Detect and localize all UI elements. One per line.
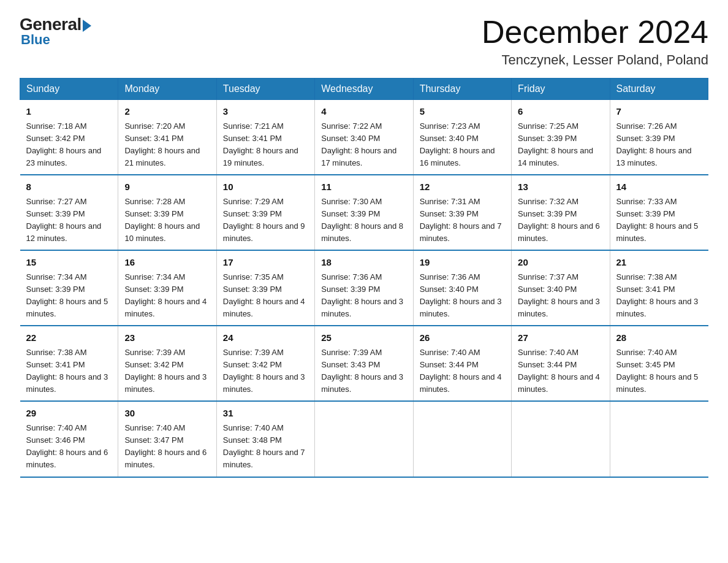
calendar-cell: 20Sunrise: 7:37 AMSunset: 3:40 PMDayligh… — [512, 250, 610, 326]
day-info: Sunrise: 7:18 AMSunset: 3:42 PMDaylight:… — [26, 120, 112, 170]
col-thursday: Thursday — [413, 79, 511, 100]
title-block: December 2024 Tenczynek, Lesser Poland, … — [482, 15, 708, 68]
calendar-cell: 6Sunrise: 7:25 AMSunset: 3:39 PMDaylight… — [512, 100, 610, 175]
day-number: 6 — [518, 105, 603, 119]
day-info: Sunrise: 7:25 AMSunset: 3:39 PMDaylight:… — [518, 120, 603, 170]
day-number: 15 — [26, 256, 112, 270]
day-info: Sunrise: 7:39 AMSunset: 3:42 PMDaylight:… — [124, 347, 210, 396]
calendar-header-row: Sunday Monday Tuesday Wednesday Thursday… — [20, 79, 708, 100]
calendar-cell: 15Sunrise: 7:34 AMSunset: 3:39 PMDayligh… — [20, 250, 118, 326]
day-info: Sunrise: 7:21 AMSunset: 3:41 PMDaylight:… — [223, 120, 308, 170]
day-number: 31 — [223, 407, 308, 421]
day-info: Sunrise: 7:20 AMSunset: 3:41 PMDaylight:… — [124, 120, 210, 170]
day-number: 1 — [26, 105, 112, 119]
day-number: 29 — [26, 407, 112, 421]
calendar-cell: 17Sunrise: 7:35 AMSunset: 3:39 PMDayligh… — [216, 250, 314, 326]
day-info: Sunrise: 7:37 AMSunset: 3:40 PMDaylight:… — [518, 271, 603, 321]
page-header: General Blue December 2024 Tenczynek, Le… — [20, 15, 708, 68]
calendar-cell: 25Sunrise: 7:39 AMSunset: 3:43 PMDayligh… — [315, 326, 413, 401]
logo-triangle-icon — [83, 20, 91, 32]
day-number: 9 — [124, 180, 210, 194]
day-number: 7 — [616, 105, 702, 119]
day-info: Sunrise: 7:40 AMSunset: 3:46 PMDaylight:… — [26, 422, 112, 472]
day-info: Sunrise: 7:28 AMSunset: 3:39 PMDaylight:… — [124, 196, 210, 245]
calendar-cell: 16Sunrise: 7:34 AMSunset: 3:39 PMDayligh… — [118, 250, 216, 326]
day-info: Sunrise: 7:26 AMSunset: 3:39 PMDaylight:… — [616, 120, 702, 170]
day-number: 20 — [518, 256, 603, 270]
day-info: Sunrise: 7:40 AMSunset: 3:44 PMDaylight:… — [518, 347, 603, 396]
calendar-cell: 19Sunrise: 7:36 AMSunset: 3:40 PMDayligh… — [413, 250, 511, 326]
calendar-cell: 2Sunrise: 7:20 AMSunset: 3:41 PMDaylight… — [118, 100, 216, 175]
day-info: Sunrise: 7:23 AMSunset: 3:40 PMDaylight:… — [420, 120, 505, 170]
calendar-cell: 28Sunrise: 7:40 AMSunset: 3:45 PMDayligh… — [610, 326, 708, 401]
day-number: 27 — [518, 331, 603, 345]
logo: General Blue — [20, 15, 91, 48]
calendar-cell: 4Sunrise: 7:22 AMSunset: 3:40 PMDaylight… — [315, 100, 413, 175]
calendar-cell: 26Sunrise: 7:40 AMSunset: 3:44 PMDayligh… — [413, 326, 511, 401]
calendar-cell: 8Sunrise: 7:27 AMSunset: 3:39 PMDaylight… — [20, 175, 118, 250]
day-number: 10 — [223, 180, 308, 194]
day-info: Sunrise: 7:38 AMSunset: 3:41 PMDaylight:… — [616, 271, 702, 321]
day-number: 14 — [616, 180, 702, 194]
day-number: 2 — [124, 105, 210, 119]
day-info: Sunrise: 7:22 AMSunset: 3:40 PMDaylight:… — [321, 120, 406, 170]
calendar-cell: 11Sunrise: 7:30 AMSunset: 3:39 PMDayligh… — [315, 175, 413, 250]
calendar-cell: 12Sunrise: 7:31 AMSunset: 3:39 PMDayligh… — [413, 175, 511, 250]
day-number: 12 — [420, 180, 505, 194]
calendar-cell: 14Sunrise: 7:33 AMSunset: 3:39 PMDayligh… — [610, 175, 708, 250]
day-number: 22 — [26, 331, 112, 345]
calendar-cell: 9Sunrise: 7:28 AMSunset: 3:39 PMDaylight… — [118, 175, 216, 250]
day-info: Sunrise: 7:40 AMSunset: 3:48 PMDaylight:… — [223, 422, 308, 472]
logo-blue-text: Blue — [20, 32, 50, 48]
calendar-cell: 23Sunrise: 7:39 AMSunset: 3:42 PMDayligh… — [118, 326, 216, 401]
day-number: 8 — [26, 180, 112, 194]
day-number: 17 — [223, 256, 308, 270]
calendar-cell: 7Sunrise: 7:26 AMSunset: 3:39 PMDaylight… — [610, 100, 708, 175]
day-number: 30 — [124, 407, 210, 421]
day-number: 4 — [321, 105, 406, 119]
col-wednesday: Wednesday — [315, 79, 413, 100]
calendar-cell: 21Sunrise: 7:38 AMSunset: 3:41 PMDayligh… — [610, 250, 708, 326]
day-number: 21 — [616, 256, 702, 270]
day-info: Sunrise: 7:39 AMSunset: 3:42 PMDaylight:… — [223, 347, 308, 396]
location-subtitle: Tenczynek, Lesser Poland, Poland — [482, 52, 708, 68]
calendar-cell: 27Sunrise: 7:40 AMSunset: 3:44 PMDayligh… — [512, 326, 610, 401]
col-sunday: Sunday — [20, 79, 118, 100]
day-number: 19 — [420, 256, 505, 270]
day-info: Sunrise: 7:36 AMSunset: 3:40 PMDaylight:… — [420, 271, 505, 321]
day-number: 13 — [518, 180, 603, 194]
day-number: 26 — [420, 331, 505, 345]
col-friday: Friday — [512, 79, 610, 100]
day-info: Sunrise: 7:33 AMSunset: 3:39 PMDaylight:… — [616, 196, 702, 245]
day-number: 11 — [321, 180, 406, 194]
col-saturday: Saturday — [610, 79, 708, 100]
calendar-week-row: 1Sunrise: 7:18 AMSunset: 3:42 PMDaylight… — [20, 100, 708, 175]
calendar-cell — [413, 401, 511, 477]
day-info: Sunrise: 7:35 AMSunset: 3:39 PMDaylight:… — [223, 271, 308, 321]
day-info: Sunrise: 7:39 AMSunset: 3:43 PMDaylight:… — [321, 347, 406, 396]
day-number: 24 — [223, 331, 308, 345]
col-tuesday: Tuesday — [216, 79, 314, 100]
calendar-cell: 24Sunrise: 7:39 AMSunset: 3:42 PMDayligh… — [216, 326, 314, 401]
calendar-week-row: 8Sunrise: 7:27 AMSunset: 3:39 PMDaylight… — [20, 175, 708, 250]
calendar-cell: 10Sunrise: 7:29 AMSunset: 3:39 PMDayligh… — [216, 175, 314, 250]
day-info: Sunrise: 7:38 AMSunset: 3:41 PMDaylight:… — [26, 347, 112, 396]
calendar-cell — [315, 401, 413, 477]
day-info: Sunrise: 7:40 AMSunset: 3:45 PMDaylight:… — [616, 347, 702, 396]
day-info: Sunrise: 7:27 AMSunset: 3:39 PMDaylight:… — [26, 196, 112, 245]
day-number: 23 — [124, 331, 210, 345]
day-info: Sunrise: 7:29 AMSunset: 3:39 PMDaylight:… — [223, 196, 308, 245]
calendar-cell: 3Sunrise: 7:21 AMSunset: 3:41 PMDaylight… — [216, 100, 314, 175]
day-info: Sunrise: 7:36 AMSunset: 3:39 PMDaylight:… — [321, 271, 406, 321]
month-title: December 2024 — [482, 15, 708, 50]
day-number: 16 — [124, 256, 210, 270]
day-info: Sunrise: 7:40 AMSunset: 3:47 PMDaylight:… — [124, 422, 210, 472]
calendar-cell — [610, 401, 708, 477]
calendar-cell: 29Sunrise: 7:40 AMSunset: 3:46 PMDayligh… — [20, 401, 118, 477]
day-info: Sunrise: 7:32 AMSunset: 3:39 PMDaylight:… — [518, 196, 603, 245]
calendar-cell — [512, 401, 610, 477]
col-monday: Monday — [118, 79, 216, 100]
day-info: Sunrise: 7:31 AMSunset: 3:39 PMDaylight:… — [420, 196, 505, 245]
calendar-table: Sunday Monday Tuesday Wednesday Thursday… — [20, 78, 708, 477]
calendar-week-row: 15Sunrise: 7:34 AMSunset: 3:39 PMDayligh… — [20, 250, 708, 326]
